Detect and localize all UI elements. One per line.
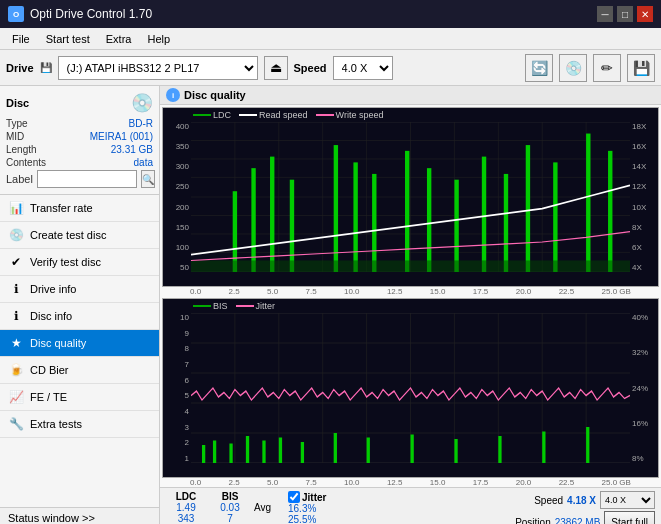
svg-rect-51 bbox=[213, 441, 216, 464]
disc-label-input[interactable] bbox=[37, 170, 137, 188]
svg-rect-28 bbox=[482, 157, 486, 272]
jitter-check-row: Jitter bbox=[288, 491, 358, 503]
nav-item-verify-test-disc[interactable]: ✔ Verify test disc bbox=[0, 249, 159, 276]
speed-select[interactable]: 4.0 X bbox=[333, 56, 393, 80]
legend-read-speed: Read speed bbox=[239, 110, 308, 120]
top-chart-legend: LDC Read speed Write speed bbox=[193, 110, 383, 120]
svg-rect-25 bbox=[405, 151, 409, 272]
legend-jitter: Jitter bbox=[236, 301, 276, 311]
bis-header: BIS bbox=[222, 491, 239, 502]
legend-bis-label: BIS bbox=[213, 301, 228, 311]
position-row: Position 23862 MB Start full bbox=[515, 511, 655, 524]
position-label: Position bbox=[515, 517, 551, 525]
svg-rect-58 bbox=[367, 438, 370, 464]
menu-extra[interactable]: Extra bbox=[98, 31, 140, 47]
legend-write-speed-label: Write speed bbox=[336, 110, 384, 120]
svg-rect-26 bbox=[427, 168, 431, 272]
svg-rect-60 bbox=[454, 439, 457, 463]
disc-button[interactable]: 💿 bbox=[559, 54, 587, 82]
eject-button[interactable]: ⏏ bbox=[264, 56, 288, 80]
maximize-button[interactable]: □ bbox=[617, 6, 633, 22]
nav-label-fe-te: FE / TE bbox=[30, 391, 67, 403]
svg-rect-32 bbox=[586, 134, 590, 272]
nav-item-cd-bier[interactable]: 🍺 CD Bier bbox=[0, 357, 159, 384]
title-bar: O Opti Drive Control 1.70 ─ □ ✕ bbox=[0, 0, 661, 28]
disc-contents-label: Contents bbox=[6, 157, 46, 168]
write-button[interactable]: ✏ bbox=[593, 54, 621, 82]
menu-help[interactable]: Help bbox=[139, 31, 178, 47]
drive-label: Drive bbox=[6, 62, 34, 74]
drive-select[interactable]: (J:) ATAPI iHBS312 2 PL17 bbox=[58, 56, 258, 80]
legend-ldc-label: LDC bbox=[213, 110, 231, 120]
svg-rect-62 bbox=[542, 432, 545, 464]
nav-label-create-test-disc: Create test disc bbox=[30, 229, 106, 241]
disc-label-button[interactable]: 🔍 bbox=[141, 170, 155, 188]
create-test-disc-icon: 💿 bbox=[8, 227, 24, 243]
nav-label-extra-tests: Extra tests bbox=[30, 418, 82, 430]
nav-label-disc-info: Disc info bbox=[30, 310, 72, 322]
legend-ldc: LDC bbox=[193, 110, 231, 120]
svg-rect-29 bbox=[504, 174, 508, 272]
extra-tests-icon: 🔧 bbox=[8, 416, 24, 432]
svg-rect-19 bbox=[251, 168, 255, 272]
title-bar-controls[interactable]: ─ □ ✕ bbox=[597, 6, 653, 22]
drive-icon: 💾 bbox=[40, 62, 52, 73]
app-icon: O bbox=[8, 6, 24, 22]
disc-image-icon: 💿 bbox=[131, 92, 153, 114]
legend-write-speed: Write speed bbox=[316, 110, 384, 120]
cd-bier-icon: 🍺 bbox=[8, 362, 24, 378]
fe-te-icon: 📈 bbox=[8, 389, 24, 405]
top-chart-svg bbox=[191, 122, 630, 272]
save-button[interactable]: 💾 bbox=[627, 54, 655, 82]
svg-rect-61 bbox=[498, 436, 501, 463]
disc-label-label: Label bbox=[6, 173, 33, 185]
disc-mid-value: MEIRA1 (001) bbox=[90, 131, 153, 142]
bis-max: 7 bbox=[227, 513, 233, 524]
speed-label: Speed bbox=[534, 495, 563, 506]
start-full-button[interactable]: Start full bbox=[604, 511, 655, 524]
close-button[interactable]: ✕ bbox=[637, 6, 653, 22]
nav-list: 📊 Transfer rate 💿 Create test disc ✔ Ver… bbox=[0, 195, 159, 507]
menu-file[interactable]: File bbox=[4, 31, 38, 47]
svg-rect-63 bbox=[586, 427, 589, 463]
nav-item-transfer-rate[interactable]: 📊 Transfer rate bbox=[0, 195, 159, 222]
svg-rect-21 bbox=[290, 180, 294, 272]
legend-jitter-label: Jitter bbox=[256, 301, 276, 311]
top-chart-x-labels: 0.02.55.07.510.012.515.017.520.022.525.0… bbox=[162, 287, 659, 296]
status-window-button[interactable]: Status window >> bbox=[0, 508, 159, 524]
svg-rect-20 bbox=[270, 157, 274, 272]
menu-bar: File Start test Extra Help bbox=[0, 28, 661, 50]
ldc-avg: 1.49 bbox=[176, 502, 195, 513]
svg-rect-55 bbox=[279, 438, 282, 464]
disc-mid-row: MID MEIRA1 (001) bbox=[6, 131, 153, 142]
top-chart: LDC Read speed Write speed 400 bbox=[162, 107, 659, 287]
disc-label-row: Label 🔍 bbox=[6, 170, 153, 188]
speed-label: Speed bbox=[294, 62, 327, 74]
svg-rect-24 bbox=[372, 174, 376, 272]
avg-label: Avg bbox=[254, 502, 271, 513]
bottom-chart-svg bbox=[191, 313, 630, 463]
nav-item-create-test-disc[interactable]: 💿 Create test disc bbox=[0, 222, 159, 249]
nav-item-extra-tests[interactable]: 🔧 Extra tests bbox=[0, 411, 159, 438]
nav-label-transfer-rate: Transfer rate bbox=[30, 202, 93, 214]
nav-label-verify-test-disc: Verify test disc bbox=[30, 256, 101, 268]
svg-rect-23 bbox=[353, 162, 357, 272]
disc-type-label: Type bbox=[6, 118, 28, 129]
row-labels: Avg Max Total bbox=[254, 491, 284, 524]
disc-length-label: Length bbox=[6, 144, 37, 155]
speed-select[interactable]: 4.0 X bbox=[600, 491, 655, 509]
menu-start-test[interactable]: Start test bbox=[38, 31, 98, 47]
bis-column: BIS 0.03 7 10512 bbox=[210, 491, 250, 524]
ldc-max: 343 bbox=[178, 513, 195, 524]
ldc-header: LDC bbox=[176, 491, 197, 502]
minimize-button[interactable]: ─ bbox=[597, 6, 613, 22]
jitter-checkbox[interactable] bbox=[288, 491, 300, 503]
nav-item-disc-quality[interactable]: ★ Disc quality bbox=[0, 330, 159, 357]
refresh-button[interactable]: 🔄 bbox=[525, 54, 553, 82]
nav-item-drive-info[interactable]: ℹ Drive info bbox=[0, 276, 159, 303]
nav-label-drive-info: Drive info bbox=[30, 283, 76, 295]
nav-item-disc-info[interactable]: ℹ Disc info bbox=[0, 303, 159, 330]
chart-area: i Disc quality LDC Read speed bbox=[160, 86, 661, 524]
nav-item-fe-te[interactable]: 📈 FE / TE bbox=[0, 384, 159, 411]
svg-rect-56 bbox=[301, 442, 304, 463]
